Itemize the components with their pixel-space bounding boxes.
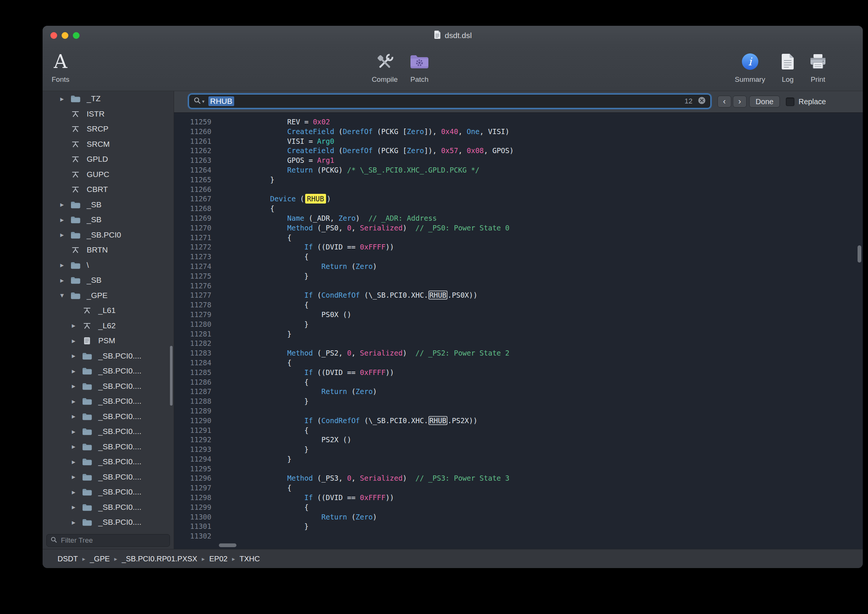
disclosure-triangle[interactable]: ▸	[68, 336, 79, 345]
tree-item[interactable]: ISTR	[43, 107, 174, 122]
disclosure-triangle[interactable]: ▸	[68, 427, 79, 436]
disclosure-triangle[interactable]: ▸	[68, 367, 79, 375]
disclosure-triangle[interactable]: ▸	[68, 503, 79, 511]
code-line: 11296 Method (_PS3, 0, Serialized) // _P…	[174, 474, 863, 483]
disclosure-triangle[interactable]: ▸	[68, 518, 79, 527]
document-proxy-icon	[434, 30, 441, 41]
sidebar-tree[interactable]: ▸_TZISTRSRCPSRCMGPLDGUPCCBRT▸_SB▸_SB▸_SB…	[43, 91, 174, 532]
tree-item[interactable]: ▸_SB.PCI0....	[43, 454, 174, 470]
find-input[interactable]: ▾ RHUB 12	[189, 94, 711, 108]
tree-item[interactable]: ▸PSM	[43, 333, 174, 349]
code-line: 11280 }	[174, 320, 863, 329]
editor-horizontal-scrollbar-thumb[interactable]	[219, 543, 236, 547]
disclosure-triangle[interactable]: ▸	[68, 473, 79, 481]
line-number: 11276	[174, 281, 211, 291]
tree-item[interactable]: ▸_SB.PCI0....	[43, 515, 174, 530]
tree-item[interactable]: CBRT	[43, 182, 174, 197]
tree-item[interactable]: ▸_SB.PCI0....	[43, 363, 174, 379]
tree-item[interactable]: ▸_SB.PCI0....	[43, 470, 174, 485]
line-number: 11260	[174, 127, 211, 137]
tree-item[interactable]: ▸_TZ	[43, 91, 174, 107]
fonts-toolbar-button[interactable]: A Fonts	[51, 50, 70, 84]
code-line: 11273 {	[174, 252, 863, 262]
disclosure-triangle[interactable]: ▸	[56, 216, 68, 224]
replace-checkbox[interactable]	[786, 98, 794, 106]
print-toolbar-button[interactable]: Print	[809, 50, 827, 84]
code-editor[interactable]: 11259 REV = 0x0211260 CreateField (Deref…	[174, 113, 863, 549]
disclosure-triangle[interactable]: ▸	[56, 276, 68, 285]
serif-a-icon: A	[54, 50, 67, 73]
breadcrumb-item[interactable]: TXHC	[239, 555, 260, 563]
tree-item[interactable]: GPLD	[43, 152, 174, 167]
tree-item[interactable]: SRCM	[43, 137, 174, 152]
disclosure-triangle[interactable]: ▸	[68, 397, 79, 406]
tree-item[interactable]: _L61	[43, 303, 174, 318]
window-title: dsdt.dsl	[445, 31, 472, 40]
disclosure-triangle[interactable]: ▸	[68, 412, 79, 420]
tree-item[interactable]: ▸_SB.PCI0....	[43, 394, 174, 409]
folder-icon	[79, 413, 95, 420]
done-button[interactable]: Done	[749, 96, 780, 107]
editor-vertical-scrollbar-thumb[interactable]	[857, 245, 861, 262]
tree-item[interactable]: ▸_SB	[43, 212, 174, 228]
folder-icon	[79, 367, 95, 375]
tree-item[interactable]: ▸_SB.PCI0....	[43, 484, 174, 500]
tree-item[interactable]: ▸_SB.PCI0....	[43, 379, 174, 394]
patch-toolbar-button[interactable]: Patch	[409, 50, 429, 84]
find-previous-button[interactable]: ‹	[718, 96, 731, 107]
tree-item[interactable]: ▸_SB.PCI0....	[43, 349, 174, 364]
sidebar: ▸_TZISTRSRCPSRCMGPLDGUPCCBRT▸_SB▸_SB▸_SB…	[43, 91, 174, 549]
breadcrumb-separator: ▸	[82, 555, 85, 563]
tree-item[interactable]: ▸_SB.PCI0....	[43, 409, 174, 424]
disclosure-triangle[interactable]: ▸	[68, 488, 79, 496]
line-number: 11289	[174, 406, 211, 416]
sidebar-scrollbar-thumb[interactable]	[170, 346, 172, 406]
breadcrumb-item[interactable]: _GPE	[90, 555, 109, 563]
breadcrumb-item[interactable]: _SB.PCI0.RP01.PXSX	[122, 555, 197, 563]
tree-item[interactable]: GUPC	[43, 167, 174, 182]
tree-item[interactable]: BRTN	[43, 242, 174, 258]
code-line: 11269 Name (_ADR, Zero) // _ADR: Address	[174, 214, 863, 223]
line-number: 11302	[174, 532, 211, 541]
tree-item[interactable]: ▸_SB	[43, 197, 174, 212]
tree-item-label: _SB.PCI0....	[95, 473, 141, 481]
tree-item[interactable]: ▸\	[43, 258, 174, 273]
disclosure-triangle[interactable]: ▸	[56, 261, 68, 269]
tree-item[interactable]: ▸_SB.PCI0....	[43, 424, 174, 439]
disclosure-triangle[interactable]: ▸	[56, 230, 68, 239]
line-number: 11274	[174, 262, 211, 271]
clear-search-icon[interactable]	[698, 96, 706, 106]
code-line: 11266	[174, 185, 863, 195]
code-line: 11284 {	[174, 358, 863, 368]
log-toolbar-button[interactable]: Log	[781, 50, 795, 84]
editor-pane: ▾ RHUB 12 ‹ › Done Replace 11259	[174, 91, 863, 549]
filter-tree-field[interactable]	[46, 534, 170, 547]
tree-item[interactable]: ▸_SB	[43, 273, 174, 288]
disclosure-triangle[interactable]: ▸	[68, 442, 79, 451]
folder-icon	[68, 261, 83, 269]
find-next-button[interactable]: ›	[733, 96, 747, 107]
disclosure-triangle[interactable]: ▸	[68, 352, 79, 360]
filter-tree-input[interactable]	[60, 536, 166, 545]
disclosure-triangle[interactable]: ▸	[68, 457, 79, 466]
disclosure-triangle[interactable]: ▸	[68, 382, 79, 390]
search-icon[interactable]	[194, 97, 201, 106]
folder-icon	[68, 291, 83, 299]
tree-item[interactable]: ▸_SB.PCI0....	[43, 500, 174, 515]
tree-item[interactable]: ▸_SB.PCI0	[43, 228, 174, 243]
tree-item-label: \	[83, 261, 89, 270]
compile-toolbar-button[interactable]: Compile	[372, 50, 398, 84]
tree-item[interactable]: ▾_GPE	[43, 288, 174, 303]
breadcrumb-item[interactable]: EP02	[209, 555, 228, 563]
code-line: 11262 CreateField (DerefOf (PCKG [Zero])…	[174, 146, 863, 156]
breadcrumb-item[interactable]: DSDT	[57, 555, 78, 563]
line-number: 11287	[174, 387, 211, 397]
disclosure-triangle[interactable]: ▸	[56, 200, 68, 209]
disclosure-triangle[interactable]: ▸	[56, 95, 68, 103]
disclosure-triangle[interactable]: ▸	[68, 321, 79, 330]
tree-item[interactable]: ▸_L62	[43, 318, 174, 333]
tree-item[interactable]: SRCP	[43, 121, 174, 137]
disclosure-triangle[interactable]: ▾	[56, 291, 68, 299]
tree-item[interactable]: ▸_SB.PCI0....	[43, 439, 174, 454]
summary-toolbar-button[interactable]: i Summary	[735, 50, 765, 84]
